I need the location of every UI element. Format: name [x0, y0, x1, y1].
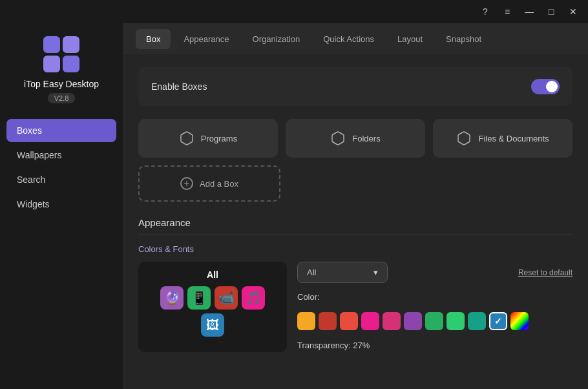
add-circle-icon: +	[180, 177, 193, 190]
logo-cell-3	[43, 56, 60, 72]
color-swatches	[297, 312, 572, 330]
dropdown-row: All Programs Folders Files & Documents ▾…	[297, 262, 572, 283]
logo-cell-1	[43, 36, 60, 53]
folders-button[interactable]: Folders	[286, 119, 425, 158]
swatch-blue-selected[interactable]	[489, 312, 507, 330]
help-button[interactable]: ?	[476, 4, 495, 19]
preview-icons-row-2: 🖼	[201, 313, 224, 337]
color-label: Color:	[297, 292, 572, 302]
tab-box[interactable]: Box	[136, 29, 171, 49]
enable-boxes-row: Enable Boxes	[138, 67, 572, 106]
close-button[interactable]: ✕	[563, 4, 583, 19]
swatch-rainbow[interactable]	[510, 312, 529, 330]
folders-icon	[330, 131, 346, 146]
transparency-label: Transparency: 27%	[297, 341, 572, 350]
logo-cell-2	[63, 36, 79, 53]
right-panel: All Programs Folders Files & Documents ▾…	[297, 262, 572, 352]
appearance-select[interactable]: All Programs Folders Files & Documents	[307, 268, 354, 277]
sidebar-item-wallpapers[interactable]: Wallpapers	[6, 143, 116, 167]
main-layout: iTop Easy Desktop V2.8 Boxes Wallpapers …	[0, 23, 588, 389]
programs-label: Programs	[201, 134, 237, 143]
swatch-pink[interactable]	[361, 312, 379, 330]
sidebar: iTop Easy Desktop V2.8 Boxes Wallpapers …	[0, 23, 123, 389]
sidebar-item-label-boxes: Boxes	[17, 125, 42, 136]
tab-layout[interactable]: Layout	[387, 29, 433, 49]
content-area: Box Appearance Organization Quick Action…	[123, 23, 588, 389]
logo-cell-4	[63, 56, 79, 72]
swatch-teal[interactable]	[468, 312, 486, 330]
preview-icon-whatsapp: 📱	[187, 286, 211, 310]
swatch-red[interactable]	[340, 312, 358, 330]
tab-appearance[interactable]: Appearance	[173, 29, 239, 49]
content-body: Enable Boxes Programs Folders	[123, 54, 588, 389]
files-documents-button[interactable]: Files & Documents	[433, 119, 572, 158]
preview-box: All 🔮 📱 📹 🎵 🖼	[138, 262, 287, 352]
tab-quick-actions[interactable]: Quick Actions	[313, 29, 384, 49]
swatch-orange[interactable]	[297, 312, 315, 330]
preview-icon-photos: 🖼	[201, 313, 224, 337]
appearance-title: Appearance	[138, 217, 572, 228]
programs-icon	[179, 131, 194, 146]
maximize-button[interactable]: □	[541, 4, 561, 19]
swatch-red-dark[interactable]	[319, 312, 337, 330]
reset-to-default-link[interactable]: Reset to default	[518, 268, 572, 277]
app-logo	[43, 36, 79, 72]
sidebar-item-search[interactable]: Search	[6, 168, 116, 191]
preview-icon-facetime: 📹	[215, 286, 238, 310]
sidebar-nav: Boxes Wallpapers Search Widgets	[0, 119, 123, 216]
sidebar-item-label-wallpapers: Wallpapers	[17, 150, 62, 160]
preview-icon-opera: 🔮	[160, 286, 184, 310]
enable-boxes-toggle[interactable]	[531, 79, 560, 94]
sidebar-item-widgets[interactable]: Widgets	[6, 193, 116, 216]
appearance-divider	[138, 235, 572, 235]
preview-icon-music: 🎵	[242, 286, 265, 310]
titlebar-controls: ? ≡ — □ ✕	[476, 4, 583, 19]
files-documents-icon	[456, 131, 472, 146]
dropdown-chevron-icon: ▾	[373, 268, 378, 277]
appearance-dropdown[interactable]: All Programs Folders Files & Documents ▾	[297, 262, 388, 283]
app-name: iTop Easy Desktop	[24, 79, 99, 89]
tab-bar: Box Appearance Organization Quick Action…	[123, 23, 588, 54]
sidebar-item-label-widgets: Widgets	[17, 199, 50, 209]
programs-button[interactable]: Programs	[138, 119, 278, 158]
swatch-green-dark[interactable]	[425, 312, 443, 330]
sidebar-item-boxes[interactable]: Boxes	[6, 119, 116, 142]
add-box-label: Add a Box	[200, 179, 238, 189]
box-type-buttons: Programs Folders Files & Documents	[138, 119, 572, 158]
swatch-pink-light[interactable]	[383, 312, 401, 330]
appearance-section: Appearance Colors & Fonts All 🔮 📱 📹 🎵	[138, 217, 572, 352]
swatch-purple[interactable]	[404, 312, 422, 330]
tab-snapshot[interactable]: Snapshot	[436, 29, 492, 49]
preview-label: All	[207, 269, 218, 280]
add-box-button[interactable]: + Add a Box	[138, 165, 280, 202]
appearance-row: All 🔮 📱 📹 🎵 🖼	[138, 262, 572, 352]
enable-boxes-label: Enable Boxes	[151, 81, 207, 92]
sidebar-item-label-search: Search	[17, 174, 45, 185]
swatch-green[interactable]	[446, 312, 465, 330]
minimize-button[interactable]: —	[520, 4, 539, 19]
preview-icons-row: 🔮 📱 📹 🎵	[160, 286, 265, 310]
titlebar: ? ≡ — □ ✕	[0, 0, 588, 23]
folders-label: Folders	[352, 134, 380, 143]
files-documents-label: Files & Documents	[478, 134, 549, 143]
colors-fonts-label: Colors & Fonts	[138, 244, 572, 254]
menu-button[interactable]: ≡	[498, 4, 517, 19]
tab-organization[interactable]: Organization	[242, 29, 311, 49]
app-version: V2.8	[48, 93, 76, 103]
